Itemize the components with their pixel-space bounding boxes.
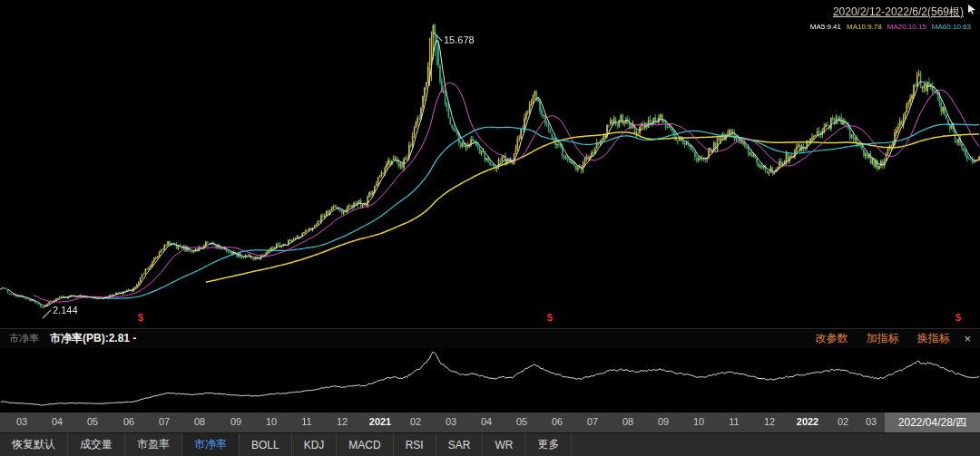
close-panel-icon[interactable]: ×: [964, 332, 971, 345]
axis-label-03: 03: [866, 416, 877, 427]
axis-label-10: 10: [266, 416, 277, 427]
toolbar-tab-成交量[interactable]: 成交量: [68, 433, 125, 456]
axis-label-2021: 2021: [369, 416, 391, 427]
ma-legend-item: MA20:10.15: [887, 23, 926, 31]
axis-label-09: 09: [230, 416, 241, 427]
ma-legend: MA5:9.41MA10:9.78MA20:10.15MA60:10.63: [805, 23, 971, 31]
axis-label-08: 08: [194, 416, 205, 427]
pb-indicator-chart[interactable]: [0, 348, 980, 412]
axis-label-07: 07: [587, 416, 598, 427]
dividend-marker: $: [138, 312, 143, 323]
axis-label-06: 06: [123, 416, 134, 427]
indicator-name-label: 市净率: [9, 332, 39, 345]
main-candlestick-chart[interactable]: [0, 0, 980, 328]
axis-label-10: 10: [693, 416, 704, 427]
toolbar-tab-恢复默认[interactable]: 恢复默认: [0, 433, 68, 456]
toolbar-tab-BOLL[interactable]: BOLL: [240, 433, 292, 456]
axis-label-03: 03: [16, 416, 27, 427]
axis-label-11: 11: [729, 416, 739, 427]
toolbar-tab-SAR[interactable]: SAR: [436, 433, 484, 456]
toolbar-tab-RSI[interactable]: RSI: [394, 433, 436, 456]
toolbar-tab-KDJ[interactable]: KDJ: [292, 433, 338, 456]
toolbar-tab-更多[interactable]: 更多: [525, 433, 572, 456]
indicator-panel-header: 市净率 市净率(PB):2.81 - 改参数 加指标 换指标 ×: [0, 328, 980, 348]
current-date-label: 2022/04/28/四: [885, 412, 980, 432]
indicator-toolbar: 恢复默认成交量市盈率市净率BOLLKDJMACDRSISARWR更多: [0, 432, 980, 456]
low-price-annotation: 2.144: [53, 305, 78, 315]
ma-legend-item: MA60:10.63: [932, 23, 971, 31]
toolbar-tab-WR[interactable]: WR: [483, 433, 525, 456]
toolbar-tab-市盈率[interactable]: 市盈率: [125, 433, 182, 456]
axis-label-07: 07: [159, 416, 170, 427]
stock-chart-app: 2020/2/12-2022/6/2(569根) MA5:9.41MA10:9.…: [0, 0, 980, 456]
axis-label-2022: 2022: [797, 416, 818, 427]
date-range-label[interactable]: 2020/2/12-2022/6/2(569根): [833, 5, 964, 20]
dividend-marker: $: [547, 312, 553, 323]
axis-label-04: 04: [481, 416, 492, 427]
dividend-marker: $: [956, 312, 961, 323]
switch-indicator-link[interactable]: 换指标: [916, 331, 949, 346]
low-price-text: 2.144: [53, 305, 78, 315]
axis-label-04: 04: [52, 416, 63, 427]
add-indicator-link[interactable]: 加指标: [866, 331, 898, 346]
axis-label-08: 08: [622, 416, 633, 427]
axis-label-02: 02: [410, 416, 421, 427]
change-params-link[interactable]: 改参数: [815, 331, 848, 346]
axis-label-09: 09: [658, 416, 669, 427]
ma-legend-item: MA10:9.78: [847, 23, 882, 31]
axis-label-03: 03: [446, 416, 456, 427]
peak-price-text: 15.678: [444, 34, 475, 45]
cursor-icon: [966, 4, 977, 15]
axis-label-05: 05: [87, 416, 98, 427]
axis-label-02: 02: [838, 416, 848, 427]
peak-price-annotation: 15.678: [444, 34, 475, 45]
axis-label-11: 11: [301, 416, 311, 427]
indicator-value-label: 市净率(PB):2.81 -: [50, 331, 136, 346]
axis-label-12: 12: [337, 416, 348, 427]
toolbar-tab-MACD[interactable]: MACD: [337, 433, 393, 456]
time-axis[interactable]: 2022/04/28/四 030405060708091011122021020…: [0, 412, 980, 432]
axis-label-06: 06: [552, 416, 563, 427]
toolbar-tab-市净率[interactable]: 市净率: [182, 433, 240, 456]
axis-label-12: 12: [764, 416, 775, 427]
axis-label-05: 05: [516, 416, 527, 427]
ma-legend-item: MA5:9.41: [810, 23, 841, 31]
